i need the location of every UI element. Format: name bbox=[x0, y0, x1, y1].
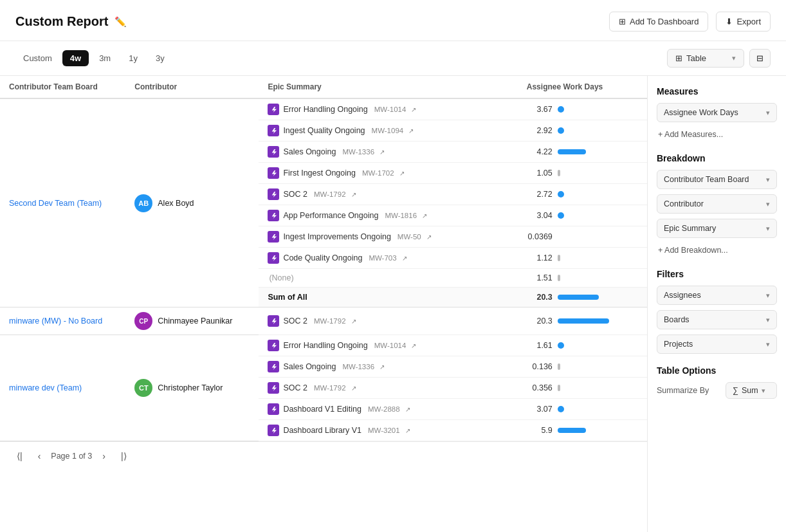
epic-icon bbox=[268, 382, 279, 394]
dot-indicator bbox=[558, 385, 560, 391]
edit-icon[interactable]: ✏️ bbox=[114, 16, 127, 28]
first-page-button[interactable]: ⟨| bbox=[12, 448, 28, 464]
epic-name: Code Quality Ongoing bbox=[283, 253, 362, 262]
filter-assignees-dropdown[interactable]: Assignees ▾ bbox=[657, 286, 777, 305]
workdays-value: 3.04 bbox=[527, 211, 553, 220]
measures-dropdown[interactable]: Assignee Work Days ▾ bbox=[657, 103, 777, 122]
epic-name: Sales Ongoing bbox=[283, 147, 336, 156]
epic-external-link[interactable]: ↗ bbox=[422, 212, 427, 219]
epic-external-link[interactable]: ↗ bbox=[405, 427, 410, 434]
contributor-cell: CPChinmayee Paunikar bbox=[125, 307, 259, 335]
chevron-down-icon: ▾ bbox=[732, 54, 736, 62]
epic-name: Ingest Quality Ongoing bbox=[283, 126, 365, 135]
summarize-sum-dropdown[interactable]: ∑ Sum ▾ bbox=[726, 382, 777, 399]
add-to-dashboard-button[interactable]: ⊞ Add To Dashboard bbox=[609, 12, 708, 32]
dashboard-icon: ⊞ bbox=[619, 17, 626, 26]
bar-container bbox=[558, 428, 609, 433]
last-page-button[interactable]: |⟩ bbox=[116, 448, 132, 464]
epic-id: MW-1336 bbox=[342, 363, 374, 371]
epic-id: MW-1792 bbox=[314, 384, 346, 392]
workdays-cell: 3.04 bbox=[518, 205, 647, 226]
time-btn-3m[interactable]: 3m bbox=[91, 50, 118, 66]
sum-value: 20.3 bbox=[527, 293, 553, 302]
epic-external-link[interactable]: ↗ bbox=[405, 406, 410, 413]
chevron-down-icon: ▾ bbox=[762, 387, 765, 395]
epic-id: MW-1816 bbox=[385, 212, 417, 219]
epic-external-link[interactable]: ↗ bbox=[411, 342, 416, 349]
epic-external-link[interactable]: ↗ bbox=[379, 363, 385, 371]
columns-icon: ⊟ bbox=[756, 53, 763, 63]
epic-cell: Dashboard Library V1MW-3201↗ bbox=[259, 420, 517, 441]
workdays-cell: 4.22 bbox=[518, 142, 647, 163]
epic-cell: Error Handling OngoingMW-1014↗ bbox=[259, 98, 517, 120]
epic-external-link[interactable]: ↗ bbox=[379, 149, 385, 156]
table-icon: ⊞ bbox=[675, 53, 682, 63]
epic-icon bbox=[268, 146, 279, 158]
contributor-cell: ABAlex Boyd bbox=[125, 98, 259, 307]
time-btn-4w[interactable]: 4w bbox=[62, 50, 89, 66]
time-btn-custom[interactable]: Custom bbox=[15, 50, 60, 66]
epic-cell: First Ingest OngoingMW-1702↗ bbox=[259, 163, 517, 184]
export-button[interactable]: ⬇ Export bbox=[716, 12, 771, 32]
time-btn-3y[interactable]: 3y bbox=[148, 50, 172, 66]
breakdown-dropdown-2[interactable]: Contributor ▾ bbox=[657, 194, 777, 214]
dot-indicator bbox=[558, 255, 560, 261]
table-row: minware dev (Team)CTChristopher TaylorEr… bbox=[0, 335, 647, 356]
epic-icon bbox=[268, 188, 279, 200]
workdays-cell: 0.356 bbox=[518, 378, 647, 399]
epic-cell: Error Handling OngoingMW-1014↗ bbox=[259, 335, 517, 356]
pagination-bar: ⟨| ‹ Page 1 of 3 › |⟩ bbox=[0, 441, 647, 470]
epic-external-link[interactable]: ↗ bbox=[351, 385, 356, 392]
workdays-cell: 1.51 bbox=[518, 269, 647, 288]
epic-cell: SOC 2MW-1792↗ bbox=[259, 307, 517, 335]
main-table: Contributor Team Board Contributor Epic … bbox=[0, 76, 647, 441]
add-measures-button[interactable]: + Add Measures... bbox=[657, 127, 777, 142]
epic-external-link[interactable]: ↗ bbox=[399, 170, 405, 177]
epic-name: Error Handling Ongoing bbox=[283, 105, 367, 114]
bar-container bbox=[558, 318, 609, 324]
epic-name: SOC 2 bbox=[283, 316, 307, 326]
epic-external-link[interactable]: ↗ bbox=[351, 191, 356, 198]
dot-indicator bbox=[558, 363, 560, 370]
next-page-button[interactable]: › bbox=[97, 448, 111, 464]
col-header-workdays: Assignee Work Days bbox=[518, 76, 647, 98]
board-cell: minware dev (Team) bbox=[0, 335, 125, 441]
view-toggle-button[interactable]: ⊟ bbox=[749, 49, 771, 68]
view-select-dropdown[interactable]: ⊞ Table ▾ bbox=[667, 49, 744, 68]
chevron-down-icon: ▾ bbox=[766, 291, 770, 300]
epic-icon bbox=[268, 315, 279, 327]
none-label: (None) bbox=[268, 273, 293, 282]
avatar: AB bbox=[134, 194, 152, 212]
epic-id: MW-3201 bbox=[368, 427, 400, 434]
board-link[interactable]: minware (MW) - No Board bbox=[9, 316, 102, 326]
table-options-section: Table Options Summarize By ∑ Sum ▾ bbox=[657, 365, 777, 399]
breakdown-dropdown-3[interactable]: Epic Summary ▾ bbox=[657, 219, 777, 238]
workdays-cell: 2.72 bbox=[518, 184, 647, 205]
board-link[interactable]: minware dev (Team) bbox=[9, 383, 82, 392]
workdays-cell: 20.3 bbox=[518, 307, 647, 335]
epic-external-link[interactable]: ↗ bbox=[411, 106, 416, 113]
epic-external-link[interactable]: ↗ bbox=[402, 255, 407, 262]
dot-indicator bbox=[558, 127, 564, 134]
epic-icon bbox=[268, 104, 279, 115]
page-title: Custom Report bbox=[15, 14, 108, 29]
time-btn-1y[interactable]: 1y bbox=[121, 50, 145, 66]
filter-boards-dropdown[interactable]: Boards ▾ bbox=[657, 310, 777, 329]
dot-indicator bbox=[558, 106, 564, 113]
epic-external-link[interactable]: ↗ bbox=[351, 318, 356, 325]
epic-icon bbox=[268, 252, 279, 264]
prev-page-button[interactable]: ‹ bbox=[33, 448, 46, 464]
workdays-cell: 3.07 bbox=[518, 399, 647, 420]
right-panel: Measures Assignee Work Days ▾ + Add Meas… bbox=[648, 76, 786, 532]
col-header-epic: Epic Summary bbox=[259, 76, 517, 98]
board-link[interactable]: Second Dev Team (Team) bbox=[9, 199, 102, 208]
workdays-cell: 5.9 bbox=[518, 420, 647, 441]
epic-external-link[interactable]: ↗ bbox=[426, 234, 432, 241]
add-breakdown-button[interactable]: + Add Breakdown... bbox=[657, 243, 777, 257]
epic-name: Dashboard V1 Editing bbox=[283, 405, 361, 414]
filter-projects-dropdown[interactable]: Projects ▾ bbox=[657, 335, 777, 354]
page-indicator: Page 1 of 3 bbox=[51, 452, 92, 461]
workdays-value: 1.51 bbox=[527, 273, 553, 282]
breakdown-dropdown-1[interactable]: Contributor Team Board ▾ bbox=[657, 170, 777, 189]
epic-external-link[interactable]: ↗ bbox=[408, 127, 414, 134]
